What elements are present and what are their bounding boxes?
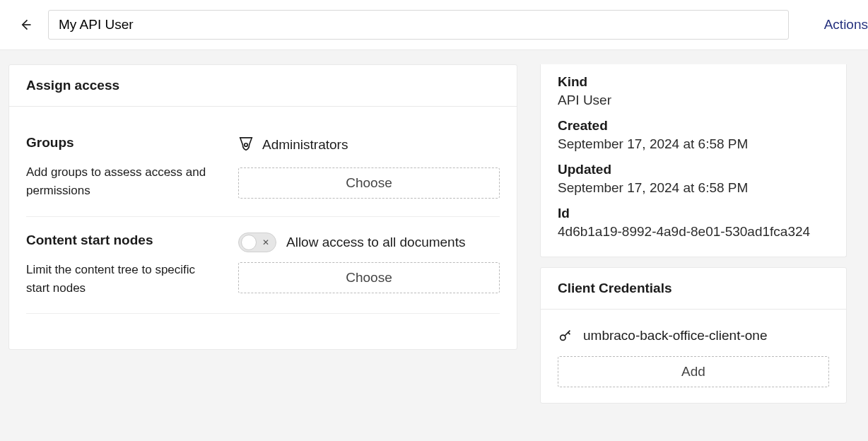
choose-groups-button[interactable]: Choose [238,167,500,199]
name-input[interactable] [48,10,789,40]
all-documents-toggle[interactable]: ✕ [238,233,276,252]
group-chip-label: Administrators [262,137,348,153]
back-button[interactable] [16,15,35,35]
created-label: Created [558,118,829,134]
actions-menu[interactable]: Actions [824,17,868,33]
credentials-title: Client Credentials [541,268,846,310]
updated-label: Updated [558,162,829,177]
credentials-card: Client Credentials umbraco-back-office-c… [540,267,847,404]
kind-value: API User [558,93,829,108]
svg-point-0 [245,143,248,147]
access-card: Assign access Groups Add groups to asses… [8,64,517,350]
badge-icon [238,135,254,155]
content-nodes-help: Limit the content tree to specific start… [26,261,217,298]
groups-label: Groups [26,135,217,151]
choose-content-nodes-button[interactable]: Choose [238,262,500,293]
add-credential-button[interactable]: Add [558,356,829,387]
info-card: Kind API User Created September 17, 2024… [540,64,847,257]
key-icon [558,328,573,343]
updated-value: September 17, 2024 at 6:58 PM [558,180,829,196]
created-value: September 17, 2024 at 6:58 PM [558,136,829,152]
all-documents-toggle-label: Allow access to all documents [286,235,465,250]
toggle-off-icon: ✕ [262,237,269,247]
content-nodes-label: Content start nodes [26,233,217,248]
svg-point-1 [561,335,565,340]
groups-help: Add groups to assess access and permissi… [26,163,217,201]
kind-label: Kind [558,74,829,90]
id-label: Id [558,206,829,221]
id-value: 4d6b1a19-8992-4a9d-8e01-530ad1fca324 [558,224,829,240]
credential-name: umbraco-back-office-client-one [583,328,768,343]
access-card-title: Assign access [9,65,517,107]
toggle-knob [241,235,257,250]
group-chip[interactable]: Administrators [238,135,348,155]
arrow-left-icon [18,18,33,32]
credential-item[interactable]: umbraco-back-office-client-one [558,321,829,356]
